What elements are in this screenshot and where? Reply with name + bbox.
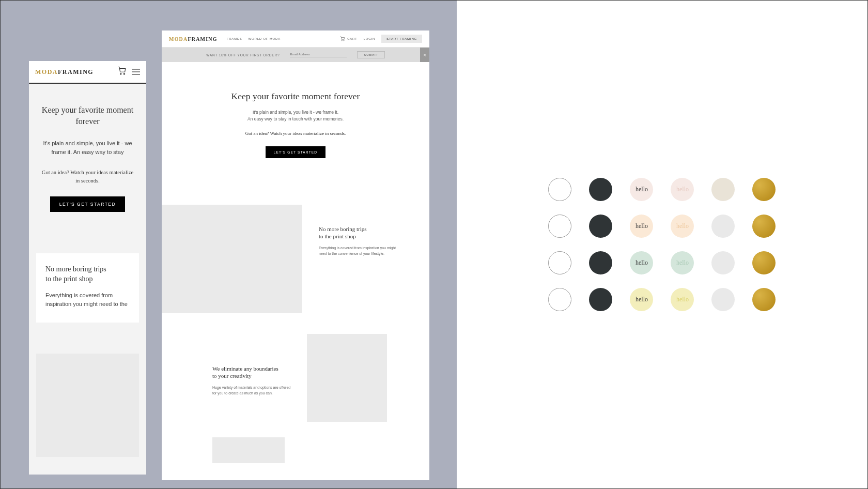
- color-swatch: [589, 215, 612, 238]
- image-placeholder: [212, 437, 285, 463]
- mobile-image-placeholder: [36, 354, 139, 457]
- image-placeholder: [162, 205, 302, 313]
- cart-icon: [340, 36, 345, 41]
- color-swatch: [752, 178, 776, 201]
- color-swatch: hello: [630, 215, 653, 238]
- color-swatch: hello: [671, 178, 694, 201]
- cart-link[interactable]: CART: [340, 36, 357, 41]
- color-swatch: [548, 251, 571, 274]
- color-swatch: hello: [671, 288, 694, 311]
- desktop-header: MODAFRAMING FRAMES WORLD OF MODA CART LO…: [162, 30, 429, 48]
- cta-button[interactable]: LET'S GET STARTED: [266, 146, 326, 158]
- section-body: Everything is covered from inspiration y…: [45, 291, 130, 308]
- nav-world[interactable]: WORLD OF MODA: [249, 37, 281, 40]
- primary-nav: FRAMES WORLD OF MODA: [227, 37, 281, 40]
- color-swatch: [752, 215, 776, 238]
- color-swatch: [589, 251, 612, 274]
- submit-button[interactable]: SUBMIT: [357, 51, 384, 58]
- mobile-mockup: MODAFRAMING Keep your favorite moment fo…: [29, 61, 146, 475]
- color-swatch: [711, 251, 735, 274]
- feature-block-2: We eliminate any boundaries to your crea…: [162, 334, 429, 422]
- feature-body: Everything is covered from inspiration y…: [319, 246, 401, 256]
- login-link[interactable]: LOGIN: [364, 37, 376, 40]
- section-title: No more boring trips to the print shop: [45, 265, 130, 284]
- color-swatch: [711, 178, 735, 201]
- svg-point-0: [120, 73, 121, 74]
- color-swatch: [548, 288, 571, 311]
- color-swatch: [752, 288, 776, 311]
- mockups-panel: MODAFRAMING Keep your favorite moment fo…: [1, 1, 457, 488]
- menu-icon[interactable]: [132, 69, 140, 75]
- color-swatch: [711, 215, 735, 238]
- svg-point-3: [344, 40, 344, 41]
- mobile-hero: Keep your favorite moment forever It's p…: [29, 84, 146, 227]
- color-swatch: hello: [671, 215, 694, 238]
- color-swatch: [711, 288, 735, 311]
- color-swatch: [548, 178, 571, 201]
- color-swatch: hello: [630, 251, 653, 274]
- close-icon[interactable]: ×: [420, 48, 429, 62]
- hero-idea: Got an idea? Watch your ideas materializ…: [193, 131, 398, 136]
- color-swatch: [589, 288, 612, 311]
- logo-part1: MODA: [169, 36, 188, 42]
- color-swatch: [548, 215, 571, 238]
- nav-frames[interactable]: FRAMES: [227, 37, 242, 40]
- hero-idea: Got an idea? Watch your ideas materializ…: [39, 169, 136, 185]
- cart-label: CART: [347, 37, 357, 40]
- cta-button[interactable]: LET'S GET STARTED: [50, 196, 125, 212]
- palette-panel: hellohellohellohellohellohellohellohello: [457, 1, 867, 488]
- mobile-header: MODAFRAMING: [29, 61, 146, 84]
- color-swatch: hello: [630, 178, 653, 201]
- cart-icon[interactable]: [117, 66, 127, 78]
- mobile-section-1: No more boring trips to the print shop E…: [36, 253, 139, 323]
- hero-subtitle: It's plain and simple, you live it - we …: [39, 139, 136, 156]
- svg-point-1: [123, 73, 125, 74]
- feature-body: Huge variety of materials and options ar…: [212, 385, 295, 396]
- image-placeholder: [307, 334, 387, 422]
- hero-title: Keep your favorite moment forever: [193, 91, 398, 102]
- logo[interactable]: MODAFRAMING: [169, 36, 218, 42]
- color-palette-grid: hellohellohellohellohellohellohellohello: [548, 178, 776, 311]
- feature-title: No more boring trips to the print shop: [319, 225, 417, 241]
- logo-part1: MODA: [35, 68, 58, 75]
- desktop-mockup: MODAFRAMING FRAMES WORLD OF MODA CART LO…: [162, 30, 429, 480]
- feature-title: We eliminate any boundaries to your crea…: [212, 365, 295, 380]
- hero-title: Keep your favorite moment forever: [39, 104, 136, 127]
- feature-block-1: No more boring trips to the print shop E…: [162, 205, 429, 313]
- color-swatch: hello: [630, 288, 653, 311]
- logo-part2: FRAMING: [58, 68, 94, 75]
- desktop-hero: Keep your favorite moment forever It's p…: [162, 62, 429, 184]
- color-swatch: [752, 251, 776, 274]
- logo-part2: FRAMING: [188, 36, 217, 42]
- color-swatch: [589, 178, 612, 201]
- color-swatch: hello: [671, 251, 694, 274]
- promo-text: WANT 10% OFF YOUR FIRST ORDER?: [206, 53, 280, 57]
- svg-point-2: [342, 40, 342, 41]
- promo-bar: WANT 10% OFF YOUR FIRST ORDER? SUBMIT ×: [162, 48, 429, 62]
- hero-subtitle: It's plain and simple, you live it - we …: [193, 109, 398, 123]
- logo[interactable]: MODAFRAMING: [35, 68, 94, 76]
- email-input[interactable]: [290, 53, 347, 57]
- start-framing-button[interactable]: START FRAMING: [381, 35, 422, 43]
